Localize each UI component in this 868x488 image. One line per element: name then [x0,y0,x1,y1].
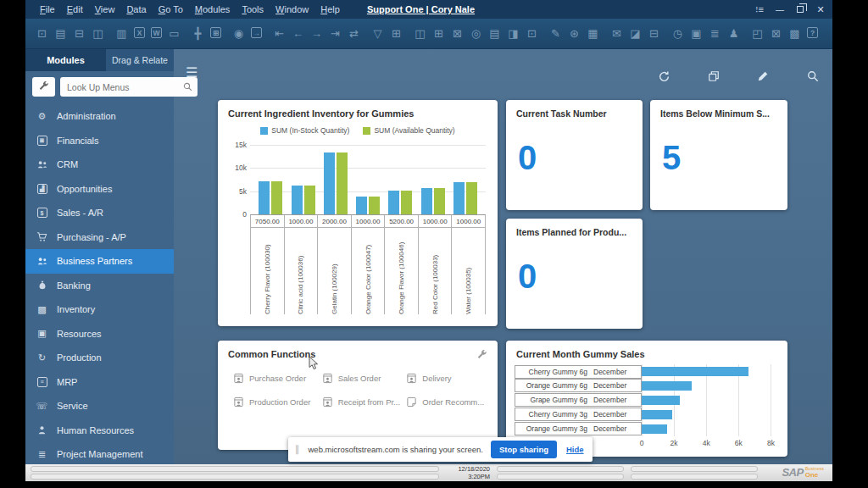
sidebar-item-business-partners[interactable]: Business Partners [25,249,174,274]
toolbar-icon[interactable]: ◪ [629,27,642,40]
bar [388,191,399,214]
search-icon[interactable] [806,69,820,83]
toolbar-icon[interactable]: ▤ [54,27,67,40]
toolbar-icon[interactable]: ✉ [610,27,623,40]
toolbar-icon[interactable]: X [134,27,145,38]
toolbar-icon[interactable]: ◎ [470,27,482,40]
sidebar-item-crm[interactable]: CRM [25,152,174,177]
cascade-windows-icon[interactable] [707,69,721,83]
wrench-icon[interactable] [476,348,487,363]
toolbar-icon[interactable]: → [310,27,323,40]
toolbar-icon[interactable]: ⊡ [526,27,538,40]
common-function-receipt-from-pr[interactable]: Receipt from Pr... [322,396,407,408]
common-function-sales-order[interactable]: Sales Order [322,373,407,384]
kpi-current-task-card[interactable]: Current Task Number 0 [506,100,643,210]
toolbar-icon[interactable]: ▤ [488,27,501,40]
money-bag-icon [36,280,48,291]
toolbar-icon[interactable]: ▭ [168,27,181,40]
wrench-icon [38,80,49,95]
menu-tools[interactable]: Tools [236,4,270,14]
menu-view[interactable]: View [89,4,121,14]
kpi-items-planned-card[interactable]: Items Planned for Produ... 0 [506,219,643,329]
minimize-icon[interactable]: — [775,4,785,14]
doc-person-icon [406,373,417,384]
sidebar-item-resources[interactable]: ▣Resources [25,322,174,347]
menu-go-to[interactable]: Go To [153,4,189,14]
menu-edit[interactable]: Edit [61,4,89,14]
toolbar-icon[interactable]: W [151,27,162,38]
toolbar-icon[interactable]: ◉ [232,27,245,40]
sidebar-item-inventory[interactable]: ▩Inventory [25,297,174,322]
toolbar-icon[interactable]: ← [292,27,304,40]
sidebar-item-label: Inventory [57,304,95,314]
toolbar-icon[interactable]: ▣ [690,27,703,40]
sidebar-item-administration[interactable]: ⚙Administration [25,104,174,129]
toolbar-icon[interactable]: ⊟ [648,27,660,40]
gummy-month: December [593,410,641,419]
menu-modules[interactable]: Modules [189,4,236,14]
toolbar-icon[interactable]: ⊞ [390,27,403,40]
sidebar-item-purchasing-a-p[interactable]: Purchasing - A/P [25,225,174,250]
bar-value-label: 1000.00 [284,214,319,228]
toolbar-icon[interactable]: ? [807,27,818,38]
toolbar-icon[interactable]: ⊠ [770,27,782,40]
gummy-name: Grape Gummy 6g [515,396,593,404]
toolbar-icon[interactable]: ⇥ [329,27,342,40]
toolbar-icon[interactable]: ⊛ [568,27,581,40]
toolbar-icon[interactable]: ◰ [751,27,764,40]
refresh-icon[interactable] [657,69,670,83]
toolbar-icon[interactable]: ◫ [92,27,104,40]
sidebar-item-project-management[interactable]: ≣Project Management [25,442,174,464]
sidebar-item-banking[interactable]: Banking [25,274,174,298]
sidebar-item-service[interactable]: ☏Service [25,394,174,419]
sidebar-item-human-resources[interactable]: Human Resources [25,419,174,443]
menu-help[interactable]: Help [314,4,346,14]
common-function-production-order[interactable]: Production Order [233,396,322,408]
menu-data[interactable]: Data [120,4,152,14]
hide-link[interactable]: Hide [566,445,584,454]
bar [271,181,282,214]
customize-icon[interactable]: ⁝≡ [754,4,765,14]
bar [466,182,477,214]
legend-swatch-instock [260,127,268,135]
toolbar-icon[interactable]: → [251,27,262,38]
wrench-button[interactable] [32,77,55,97]
menu-window[interactable]: Window [270,4,314,14]
stop-sharing-button[interactable]: Stop sharing [491,441,557,458]
toolbar-icon[interactable]: ◫ [414,27,426,40]
sidebar-item-opportunities[interactable]: ▟Opportunities [25,177,174,202]
toolbar-icon[interactable]: ▩ [788,27,801,40]
toolbar-icon[interactable]: ≣ [709,27,721,40]
sidebar-item-production[interactable]: ↻Production [25,346,174,370]
toolbar-icon[interactable]: ✎ [549,27,562,40]
toolbar-icon[interactable]: ◨ [507,27,520,40]
toolbar-icon[interactable]: ⇄ [348,27,360,40]
toolbar-icon[interactable]: ⊟ [73,27,86,40]
category-label: Gelatin (100029) [331,231,338,314]
toolbar-icon[interactable]: ▦ [587,27,599,40]
pencil-icon[interactable] [756,69,770,83]
close-icon[interactable]: ✕ [815,4,826,14]
common-function-order-recomm[interactable]: Order Recomm... [406,396,491,408]
toolbar-icon[interactable]: ▥ [115,27,128,40]
toolbar-icon[interactable]: ⇤ [273,27,286,40]
menu-file[interactable]: File [34,4,61,14]
toolbar-icon[interactable]: ╋ [192,27,204,40]
search-input[interactable] [65,81,183,93]
toolbar-icon[interactable]: ⊞ [210,27,221,38]
tab-drag-relate[interactable]: Drag & Relate [106,49,174,71]
toolbar-icon[interactable]: ◷ [671,27,684,40]
sidebar-item-mrp[interactable]: ≡MRP [25,370,174,395]
toolbar-icon[interactable]: ⊠ [451,27,464,40]
tab-modules[interactable]: Modules [25,49,106,71]
toolbar-icon[interactable]: ♟ [727,27,740,40]
restore-icon[interactable] [795,4,805,14]
common-function-delivery[interactable]: Delivery [406,373,491,384]
toolbar-icon[interactable]: ▽ [371,27,384,40]
toolbar-icon[interactable]: ⊡ [36,27,48,40]
drag-handle-icon[interactable]: ∥ [295,444,301,455]
sidebar-item-sales-a-r[interactable]: $Sales - A/R [25,201,174,225]
kpi-items-below-min-card[interactable]: Items Below Minimum S... 5 [650,100,787,210]
toolbar-icon[interactable]: ⊞ [432,27,445,40]
sidebar-item-financials[interactable]: ≣Financials [25,129,174,153]
